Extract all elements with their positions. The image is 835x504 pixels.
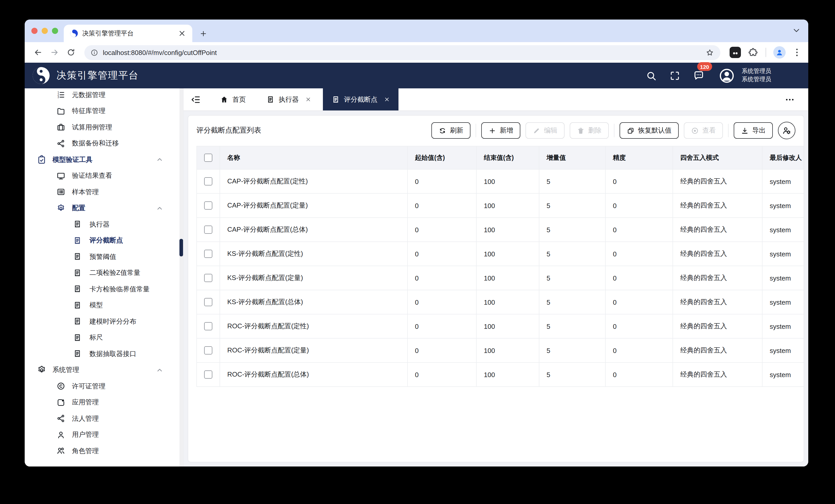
user-info[interactable]: 系统管理员 系统管理员 [742,67,771,83]
close-tab-icon[interactable] [384,97,390,102]
sidebar-item[interactable]: 用户管理 [25,427,183,443]
sidebar-item[interactable]: 预警阈值 [25,249,183,265]
browser-menu-icon[interactable] [792,47,802,58]
sidebar-item[interactable]: 数据抽取器接口 [25,346,183,362]
close-tab-icon[interactable] [177,28,187,39]
table-row[interactable]: KS-评分截断点配置(总体)010050经典的四舍五入system2024-07… [197,290,804,314]
table-row[interactable]: KS-评分截断点配置(定量)010050经典的四舍五入system2024-07… [197,266,804,290]
tab-cutoff-point[interactable]: 评分截断点 [323,88,399,110]
sidebar-item[interactable]: 系统管理 [25,362,183,378]
close-window-button[interactable] [32,28,38,34]
browser-profile-avatar[interactable] [773,46,786,59]
refresh-button[interactable]: 刷新 [431,122,470,139]
sidebar-scrollbar-track[interactable] [180,88,183,466]
browser-tab[interactable]: 决策引擎管理平台 [64,25,192,42]
sidebar-item[interactable]: 二项检验Z值常量 [25,265,183,281]
table-cell: 0 [606,169,673,193]
sidebar-item[interactable]: 数据备份和迁移 [25,135,183,151]
sidebar-item[interactable]: 许可证管理 [25,378,183,394]
user-avatar-icon[interactable] [718,67,734,83]
row-checkbox[interactable] [204,298,212,306]
sidebar-item[interactable]: 建模时评分分布 [25,313,183,330]
sidebar-item-label: 建模时评分分布 [89,317,136,326]
eye-icon [691,127,699,134]
tab-executor[interactable]: 执行器 [258,88,320,110]
column-settings-button[interactable] [778,122,795,139]
table-header-row: 名称起始值(含)结束值(含)增量值精度四舍五入模式最后修改人最后修改日期 [197,146,804,169]
messages-button[interactable]: 120 [690,67,707,84]
reload-button[interactable] [64,45,78,60]
sidebar-item[interactable]: 法人管理 [25,411,183,427]
sidebar-item-label: 特征库管理 [72,107,105,116]
fullscreen-button[interactable] [666,67,684,84]
bookmark-star-icon[interactable] [706,48,714,57]
chevron-up-icon[interactable] [156,205,163,212]
table-cell: 经典的四舍五入 [673,242,762,266]
table-row[interactable]: CAP-评分截断点配置(定性)010050经典的四舍五入system2024-0… [197,169,804,193]
extensions-puzzle-icon[interactable] [748,47,758,58]
forward-button[interactable] [47,45,62,60]
sidebar-item[interactable]: 样本管理 [25,184,183,200]
sidebar-item[interactable]: 模型验证工具 [25,151,183,168]
chevron-up-icon[interactable] [156,156,163,164]
app-body: 123元数据管理特征库管理试算用例管理数据备份和迁移模型验证工具验证结果查看样本… [25,88,808,466]
sidebar-scrollbar-thumb[interactable] [180,239,183,256]
row-checkbox[interactable] [204,202,212,210]
tab-search-chevron-icon[interactable] [792,26,801,35]
sidebar-item[interactable]: 123元数据管理 [25,88,183,103]
sidebar-item[interactable]: 验证结果查看 [25,168,183,184]
tab-options-ellipsis-icon[interactable] [785,94,795,105]
sidebar-item[interactable]: 试算用例管理 [25,119,183,135]
export-button[interactable]: 导出 [734,122,773,139]
table-row[interactable]: KS-评分截断点配置(定性)010050经典的四舍五入system2024-07… [197,242,804,266]
trash-icon [577,127,585,134]
close-tab-icon[interactable] [305,97,311,102]
search-button[interactable] [643,67,660,84]
view-button[interactable]: 查看 [684,122,723,139]
row-select-cell [197,169,220,193]
sidebar-item[interactable]: 卡方检验临界值常量 [25,281,183,297]
row-checkbox[interactable] [204,177,212,186]
table-cell: 0 [407,193,476,217]
sidebar-item[interactable]: 执行器 [25,216,183,232]
row-checkbox[interactable] [204,226,212,234]
edit-button[interactable]: 编辑 [526,122,565,139]
collapse-sidebar-button[interactable] [184,88,208,110]
row-checkbox[interactable] [204,274,212,282]
table-cell: 0 [407,242,476,266]
new-tab-button[interactable] [197,27,210,40]
monitor-icon [57,172,65,180]
restore-defaults-button[interactable]: 恢复默认值 [619,122,679,139]
add-button[interactable]: 新增 [481,122,520,139]
table-cell: 0 [606,266,673,290]
minimize-window-button[interactable] [42,28,48,34]
row-checkbox[interactable] [204,250,212,258]
sidebar-item[interactable]: 标尺 [25,330,183,346]
sidebar-item[interactable]: 模型 [25,297,183,313]
sidebar-item[interactable]: 特征库管理 [25,103,183,119]
sidebar-item[interactable]: 评分截断点 [25,232,183,249]
zoom-window-button[interactable] [52,28,58,34]
table-row[interactable]: ROC-评分截断点配置(定量)010050经典的四舍五入system2024-0… [197,338,804,362]
table-row[interactable]: CAP-评分截断点配置(定量)010050经典的四舍五入system2024-0… [197,193,804,217]
site-info-icon[interactable] [90,48,98,56]
table-row[interactable]: ROC-评分截断点配置(总体)010050经典的四舍五入system2024-0… [197,362,804,386]
row-checkbox[interactable] [204,371,212,379]
extension-icon[interactable] [730,47,741,58]
row-checkbox[interactable] [204,346,212,355]
sidebar-item[interactable]: 应用管理 [25,394,183,411]
table-row[interactable]: ROC-评分截断点配置(定性)010050经典的四舍五入system2024-0… [197,314,804,338]
table-cell: 0 [407,266,476,290]
select-all-checkbox[interactable] [204,154,212,162]
chevron-up-icon[interactable] [156,366,163,374]
tab-home[interactable]: 首页 [211,88,254,110]
sidebar-item[interactable]: 配置 [25,200,183,216]
back-button[interactable] [31,45,45,60]
receipt-icon [332,95,340,104]
address-bar[interactable]: localhost:8080/#/mv/config/cutOffPoint [84,45,720,60]
table-cell: 0 [606,242,673,266]
delete-button[interactable]: 删除 [570,122,609,139]
row-checkbox[interactable] [204,322,212,330]
sidebar-item[interactable]: 角色管理 [25,443,183,459]
table-row[interactable]: CAP-评分截断点配置(总体)010050经典的四舍五入system2024-0… [197,217,804,242]
